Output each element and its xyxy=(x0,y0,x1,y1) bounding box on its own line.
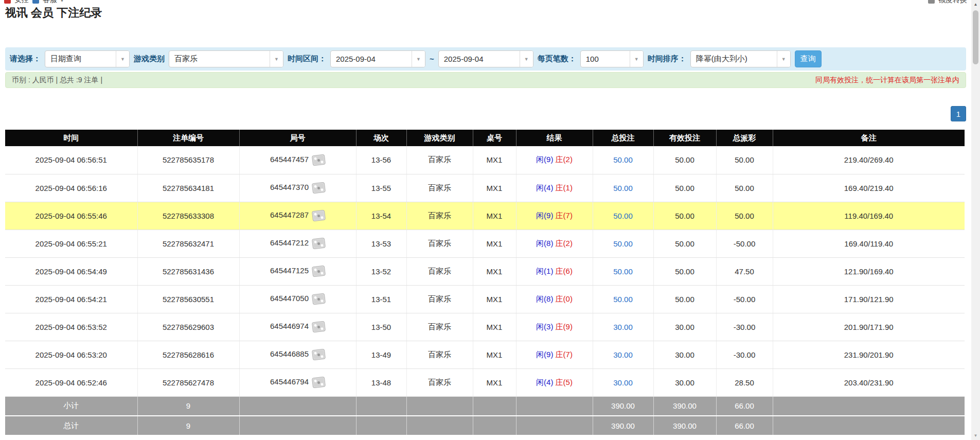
query-type-value: 日期查询 xyxy=(45,51,116,67)
roadmap-icon[interactable] xyxy=(312,238,326,250)
roadmap-icon[interactable] xyxy=(312,154,326,166)
cell-result: 闲(4) 庄(5) xyxy=(516,368,593,396)
table-row: 2025-09-04 06:55:21522785632471645447212… xyxy=(5,230,965,257)
table-row: 2025-09-04 06:54:49522785631436645447125… xyxy=(5,257,965,285)
roadmap-icon[interactable] xyxy=(312,210,326,222)
roadmap-icon-dot xyxy=(317,270,320,273)
summary-text: 币别 : 人民币 | 总共 :9 注单 | xyxy=(12,76,102,85)
roadmap-icon[interactable] xyxy=(312,266,326,277)
total-bet-link[interactable]: 30.00 xyxy=(613,323,633,331)
cell-remark: 169.40/119.40 xyxy=(773,230,965,257)
game-type-select[interactable]: 百家乐 ▼ xyxy=(169,50,283,67)
footer-empty-cell xyxy=(773,416,965,435)
date-from-select[interactable]: 2025-09-04 ▼ xyxy=(330,50,425,67)
topbar-item-left-1[interactable]: 客服 xyxy=(43,0,57,5)
cell-payout: 28.50 xyxy=(716,368,773,396)
roadmap-icon[interactable] xyxy=(312,377,326,389)
cell-remark: 231.90/201.90 xyxy=(773,341,965,368)
cell-round: 645447050 xyxy=(239,285,356,313)
cell-round: 645446794 xyxy=(239,368,356,396)
total-bet-link[interactable]: 30.00 xyxy=(613,350,633,359)
col-header-session: 场次 xyxy=(356,130,406,146)
roadmap-icon[interactable] xyxy=(312,293,326,305)
cell-time: 2025-09-04 06:56:51 xyxy=(5,146,137,174)
notice-text: 同局有效投注，统一计算在该局第一张注单内 xyxy=(815,76,959,85)
cell-table: MX1 xyxy=(473,313,516,341)
service-icon[interactable] xyxy=(32,0,39,4)
topbar-item-left-0[interactable]: 安控 xyxy=(14,0,29,5)
roadmap-icon[interactable] xyxy=(312,349,326,361)
date-to-select[interactable]: 2025-09-04 ▼ xyxy=(438,50,533,67)
cell-result: 闲(3) 庄(9) xyxy=(516,313,593,341)
cell-game-type: 百家乐 xyxy=(406,146,473,174)
roadmap-icon-dot xyxy=(314,268,317,271)
scrollbar-thumb[interactable] xyxy=(973,10,978,64)
cell-session: 13-52 xyxy=(356,257,406,285)
cell-result: 闲(8) 庄(0) xyxy=(516,285,593,313)
total-bet-link[interactable]: 30.00 xyxy=(613,378,633,387)
roadmap-icon-dot xyxy=(320,188,324,191)
cell-bet-id: 522785633308 xyxy=(137,202,239,230)
scroll-down-arrow[interactable]: ▼ xyxy=(971,431,980,440)
cell-bet-id: 522785627478 xyxy=(137,368,239,396)
page-button-1[interactable]: 1 xyxy=(951,106,966,121)
col-header-payout: 总派彩 xyxy=(716,130,773,146)
total-valid-bet: 390.00 xyxy=(653,416,716,435)
cell-round: 645447287 xyxy=(239,202,356,230)
total-bet-link[interactable]: 50.00 xyxy=(613,295,633,304)
page: 安控 客服 ▾ 额度转换 视讯 会员 下注纪录 请选择： 日期查询 ▼ 游戏类别… xyxy=(0,0,971,436)
footer-empty-cell xyxy=(516,396,593,416)
range-separator: ~ xyxy=(430,55,434,63)
page-size-select[interactable]: 100 ▼ xyxy=(580,50,644,67)
cell-time: 2025-09-04 06:54:21 xyxy=(5,285,137,313)
player-result: 闲(8) xyxy=(536,294,553,303)
round-number: 645447457 xyxy=(270,155,309,164)
chevron-down-icon[interactable]: ▾ xyxy=(61,0,63,3)
roadmap-icon[interactable] xyxy=(312,321,326,333)
roadmap-icon-dot xyxy=(314,296,317,299)
table-row: 2025-09-04 06:54:21522785630551645447050… xyxy=(5,285,965,313)
query-type-select[interactable]: 日期查询 ▼ xyxy=(45,50,130,67)
security-icon[interactable] xyxy=(4,0,11,4)
roadmap-icon-dot xyxy=(314,185,317,188)
footer-empty-cell xyxy=(516,416,593,435)
chevron-down-icon: ▼ xyxy=(412,51,425,67)
total-payout: 66.00 xyxy=(716,416,773,435)
roadmap-icon-dot xyxy=(320,383,324,386)
cell-valid-bet: 50.00 xyxy=(653,174,716,202)
search-button[interactable]: 查询 xyxy=(795,50,822,67)
sort-order-select[interactable]: 降幂(由大到小) ▼ xyxy=(690,50,791,67)
footer-empty-cell xyxy=(356,416,406,435)
cell-result: 闲(4) 庄(1) xyxy=(516,174,593,202)
cell-remark: 169.40/219.40 xyxy=(773,174,965,202)
table-header-row: 时间 注单编号 局号 场次 游戏类别 桌号 结果 总投注 有效投注 总派彩 备注 xyxy=(5,130,965,146)
vertical-scrollbar[interactable]: ▲ ▼ xyxy=(971,0,980,440)
banker-result: 庄(7) xyxy=(556,211,573,220)
roadmap-icon-dot xyxy=(317,215,320,218)
cell-session: 13-53 xyxy=(356,230,406,257)
total-count: 9 xyxy=(137,416,239,435)
roadmap-icon-dot xyxy=(317,187,320,190)
total-bet-link[interactable]: 50.00 xyxy=(613,184,633,192)
total-bet-link[interactable]: 50.00 xyxy=(613,212,633,220)
cell-remark: 119.40/169.40 xyxy=(773,202,965,230)
table-row: 2025-09-04 06:52:46522785627478645446794… xyxy=(5,368,965,396)
cell-result: 闲(9) 庄(7) xyxy=(516,341,593,368)
roadmap-icon-dot xyxy=(320,300,324,303)
round-number: 645446794 xyxy=(270,377,309,386)
game-type-value: 百家乐 xyxy=(169,51,270,67)
total-bet-link[interactable]: 50.00 xyxy=(613,267,633,276)
total-row: 总计 9 390.00 390.00 66.00 xyxy=(5,416,965,435)
cell-valid-bet: 50.00 xyxy=(653,146,716,174)
monitor-icon[interactable] xyxy=(928,0,935,4)
roadmap-icon-dot xyxy=(314,157,317,160)
total-bet-link[interactable]: 50.00 xyxy=(613,155,633,164)
date-to-value: 2025-09-04 xyxy=(439,51,520,67)
total-bet-link[interactable]: 50.00 xyxy=(613,239,633,248)
cell-valid-bet: 50.00 xyxy=(653,230,716,257)
topbar-item-right[interactable]: 额度转换 xyxy=(938,0,967,5)
roadmap-icon[interactable] xyxy=(312,182,326,194)
scroll-up-arrow[interactable]: ▲ xyxy=(971,0,980,9)
footer-empty-cell xyxy=(473,416,516,435)
pagination: 1 xyxy=(5,106,966,121)
